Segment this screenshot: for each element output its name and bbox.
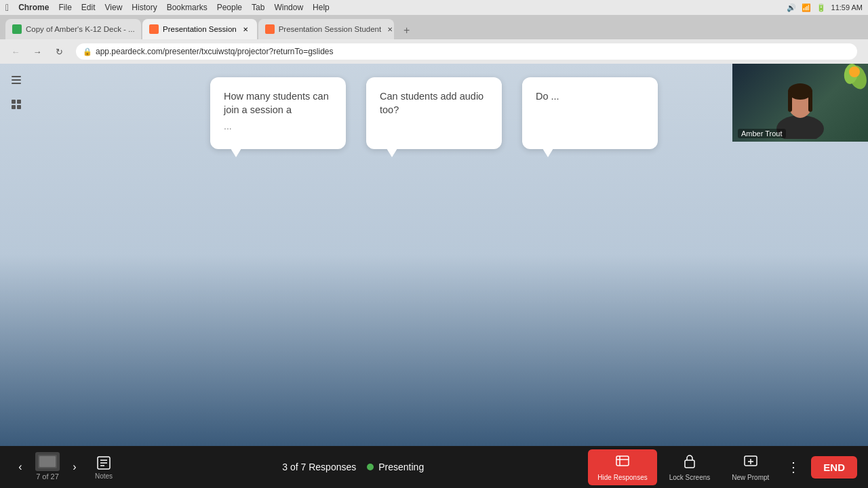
toolbar-left: ‹ 7 of 27 › Notes: [11, 452, 118, 483]
tab-close-3[interactable]: ✕: [385, 24, 393, 34]
lock-screens-label: Lock Screens: [669, 474, 711, 481]
reload-button[interactable]: ↻: [50, 43, 68, 60]
response-card-3: Do ...: [522, 77, 658, 149]
svg-rect-14: [808, 92, 812, 112]
tab-bar: Copy of Amber's K-12 Deck - ... ✕ Presen…: [0, 15, 868, 39]
lock-screens-button[interactable]: Lock Screens: [660, 449, 720, 485]
presenting-status: Presenting: [367, 462, 424, 472]
card-ellipsis-1: ...: [224, 120, 332, 134]
video-presenter-name: Amber Trout: [738, 129, 786, 138]
slide-counter: 7 of 27: [36, 472, 59, 481]
svg-rect-16: [39, 456, 56, 467]
main-content-area: How many students can join a session a .…: [0, 64, 868, 446]
presenting-dot: [367, 464, 374, 470]
bottom-toolbar: ‹ 7 of 27 › Notes 3 of 7 Responses Prese…: [0, 446, 868, 488]
video-overlay: Amber Trout: [732, 64, 868, 142]
forward-button[interactable]: →: [28, 43, 46, 60]
response-card-1: How many students can join a session a .…: [210, 77, 346, 149]
response-card-2: Can students add audio too?: [366, 77, 502, 149]
responses-text: 3 of 7 Responses: [282, 462, 356, 472]
end-session-button[interactable]: END: [811, 456, 857, 479]
next-slide-button[interactable]: ›: [65, 458, 84, 476]
card-text-3: Do ...: [536, 91, 559, 102]
tab-presentation-student[interactable]: Presentation Session Student ✕: [258, 19, 394, 39]
slide-thumbnail-icon: [35, 452, 60, 471]
svg-rect-24: [685, 460, 694, 468]
tab-label-3: Presentation Session Student: [279, 25, 382, 33]
svg-rect-21: [616, 456, 629, 466]
tab-label-1: Copy of Amber's K-12 Deck - ...: [26, 25, 135, 33]
hide-responses-icon: [615, 453, 630, 472]
new-prompt-label: New Prompt: [732, 474, 769, 481]
menu-window[interactable]: Window: [274, 3, 303, 12]
new-prompt-button[interactable]: New Prompt: [722, 449, 778, 485]
card-text-2: Can students add audio too?: [380, 91, 484, 115]
menu-items: File Edit View History Bookmarks People …: [58, 3, 329, 12]
menubar-right-icons: 🔊📶🔋11:59 AM: [787, 3, 863, 12]
tab-close-2[interactable]: ✕: [241, 24, 250, 34]
menu-bookmarks[interactable]: Bookmarks: [167, 3, 208, 12]
tab-copy-deck[interactable]: Copy of Amber's K-12 Deck - ... ✕: [5, 19, 141, 39]
svg-point-9: [849, 66, 860, 77]
lock-screens-icon: [683, 453, 696, 472]
notes-icon: [96, 455, 112, 471]
tab-presentation-session[interactable]: Presentation Session ✕: [142, 19, 257, 39]
tab-favicon-peardeck-1: [149, 24, 159, 34]
toolbar-center: 3 of 7 Responses Presenting: [118, 462, 588, 472]
app-name-menu[interactable]: Chrome: [18, 3, 49, 12]
address-bar[interactable]: 🔒 app.peardeck.com/presenter/txcuiwstq/p…: [76, 43, 857, 60]
tab-label-2: Presentation Session: [163, 25, 237, 33]
notes-label: Notes: [95, 472, 113, 480]
new-prompt-icon: [743, 453, 758, 472]
hide-responses-label: Hide Responses: [597, 474, 647, 481]
menu-tab[interactable]: Tab: [252, 3, 264, 12]
tab-favicon-peardeck-2: [265, 24, 275, 34]
new-tab-button[interactable]: +: [398, 22, 416, 39]
previous-slide-button[interactable]: ‹: [11, 458, 30, 476]
nav-bar: ← → ↻ 🔒 app.peardeck.com/presenter/txcui…: [0, 39, 868, 64]
menu-edit[interactable]: Edit: [81, 3, 96, 12]
menu-history[interactable]: History: [132, 3, 157, 12]
menu-help[interactable]: Help: [313, 3, 330, 12]
presenting-label: Presenting: [378, 462, 424, 472]
hide-responses-button[interactable]: Hide Responses: [588, 449, 656, 485]
apple-menu[interactable]: : [5, 2, 9, 13]
back-button[interactable]: ←: [7, 43, 24, 60]
more-options-button[interactable]: ⋮: [781, 459, 806, 475]
address-text: app.peardeck.com/presenter/txcuiwstq/pro…: [96, 47, 334, 56]
notes-button[interactable]: Notes: [90, 452, 118, 483]
mac-menubar:  Chrome File Edit View History Bookmark…: [0, 0, 868, 15]
card-text-1: How many students can join a session a: [224, 91, 329, 115]
menu-people[interactable]: People: [217, 3, 242, 12]
tab-close-1[interactable]: ✕: [139, 24, 141, 34]
tab-favicon-slides: [12, 24, 22, 34]
menu-view[interactable]: View: [105, 3, 123, 12]
toolbar-right: Hide Responses Lock Screens New Prompt ⋮…: [588, 449, 857, 485]
video-plant-decoration: [827, 64, 868, 104]
menu-file[interactable]: File: [58, 3, 71, 12]
lock-icon: 🔒: [83, 47, 92, 56]
svg-rect-13: [788, 92, 792, 112]
